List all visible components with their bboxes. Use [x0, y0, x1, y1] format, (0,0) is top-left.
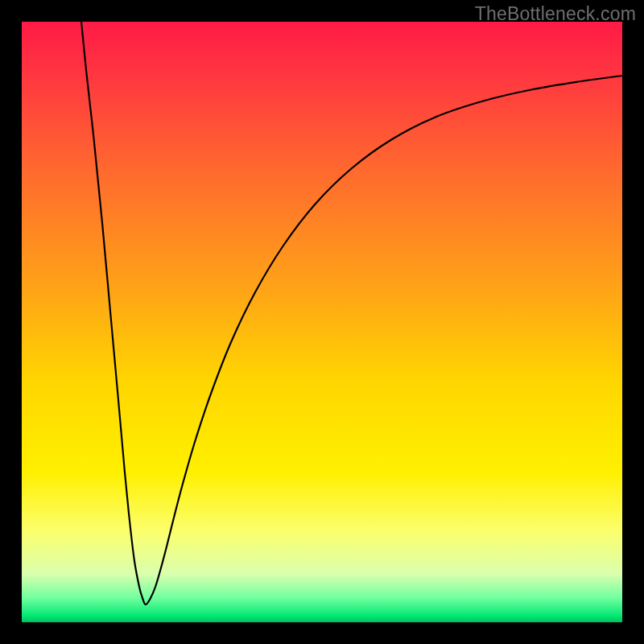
bottleneck-curve	[22, 22, 622, 622]
watermark-text: TheBottleneck.com	[475, 3, 636, 25]
plot-frame	[22, 22, 622, 622]
